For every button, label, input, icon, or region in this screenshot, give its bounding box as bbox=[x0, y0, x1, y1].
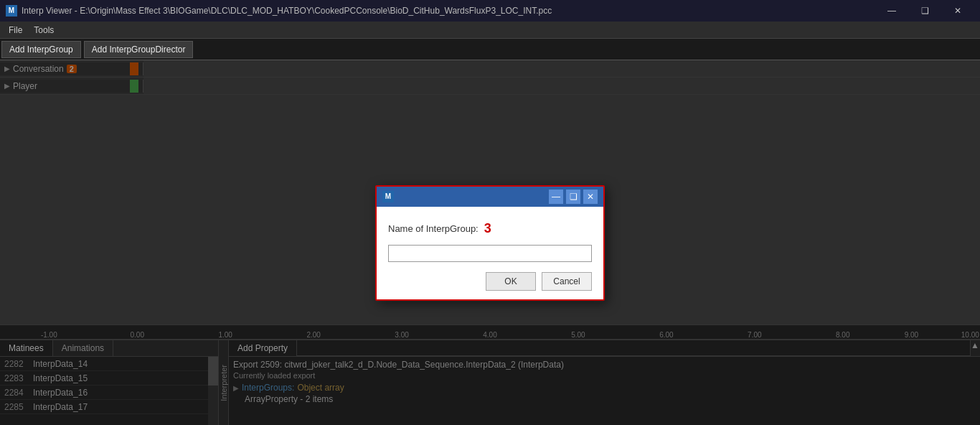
add-interp-group-director-button[interactable]: Add InterpGroupDirector bbox=[84, 41, 194, 58]
modal-label: Name of InterpGroup: bbox=[388, 223, 479, 234]
interp-group-name-input[interactable] bbox=[388, 245, 592, 262]
modal-icon: M bbox=[382, 191, 394, 202]
main-area: ▶ Conversation 2 ▶ Player -1.00 0.00 1.0… bbox=[0, 60, 980, 425]
modal-minimize-button[interactable]: — bbox=[549, 190, 563, 204]
modal-dialog: M — ❑ ✕ Name of InterpGroup: 3 OK Cancel bbox=[375, 185, 605, 301]
modal-cancel-button[interactable]: Cancel bbox=[542, 272, 592, 291]
titlebar: M Interp Viewer - E:\Origin\Mass Effect … bbox=[0, 0, 980, 22]
app-icon: M bbox=[6, 5, 17, 17]
modal-ok-button[interactable]: OK bbox=[486, 272, 536, 291]
menu-file[interactable]: File bbox=[3, 22, 28, 39]
modal-step-badge: 3 bbox=[484, 221, 491, 236]
modal-close-button[interactable]: ✕ bbox=[583, 190, 598, 204]
modal-body: Name of InterpGroup: 3 OK Cancel bbox=[377, 207, 603, 299]
modal-window-controls: — ❑ ✕ bbox=[549, 190, 598, 204]
modal-buttons: OK Cancel bbox=[388, 272, 592, 291]
window-controls: — ❑ ✕ bbox=[875, 0, 974, 22]
modal-label-row: Name of InterpGroup: 3 bbox=[388, 221, 592, 236]
maximize-button[interactable]: ❑ bbox=[908, 0, 941, 22]
add-interp-group-button[interactable]: Add InterpGroup bbox=[1, 41, 81, 58]
toolbar: Add InterpGroup Add InterpGroupDirector bbox=[0, 39, 980, 60]
modal-titlebar: M — ❑ ✕ bbox=[377, 187, 603, 207]
menubar: File Tools bbox=[0, 22, 980, 39]
menu-tools[interactable]: Tools bbox=[28, 22, 60, 39]
window-title: Interp Viewer - E:\Origin\Mass Effect 3\… bbox=[22, 6, 875, 16]
modal-overlay: M — ❑ ✕ Name of InterpGroup: 3 OK Cancel bbox=[0, 60, 980, 425]
close-button[interactable]: ✕ bbox=[941, 0, 974, 22]
minimize-button[interactable]: — bbox=[875, 0, 908, 22]
modal-maximize-button[interactable]: ❑ bbox=[566, 190, 580, 204]
